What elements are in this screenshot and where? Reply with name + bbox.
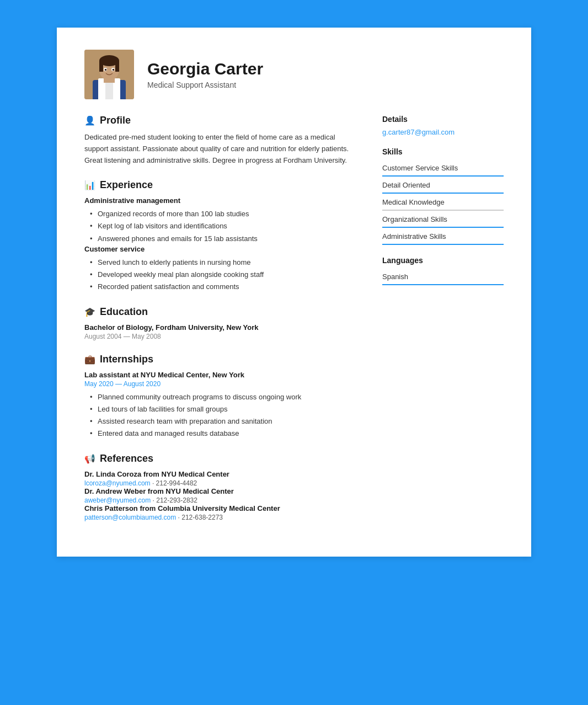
skills-title: Skills: [382, 147, 504, 156]
ref-contact-1: lcoroza@nyumed.com · 212-994-4482: [84, 479, 360, 487]
education-icon: 🎓: [84, 307, 95, 317]
resume-header: Georgia Carter Medical Support Assistant: [84, 50, 504, 99]
internships-icon: 💼: [84, 354, 95, 365]
experience-icon: 📊: [84, 180, 95, 190]
internship-job-title: Lab assistant at NYU Medical Center, New…: [84, 371, 360, 379]
profile-icon: 👤: [84, 115, 95, 126]
resume-container: Georgia Carter Medical Support Assistant…: [57, 28, 531, 557]
languages-title: Languages: [382, 256, 504, 265]
profile-text: Dedicated pre-med student looking to ent…: [84, 132, 360, 166]
ref-email-3[interactable]: patterson@columbiaumed.com: [84, 514, 176, 521]
candidate-name: Georgia Carter: [147, 60, 263, 78]
skill-administrative: Administrative Skills: [382, 229, 504, 245]
internships-section: 💼 Internships Lab assistant at NYU Medic…: [84, 354, 360, 440]
education-section: 🎓 Education Bachelor of Biology, Fordham…: [84, 306, 360, 340]
candidate-title: Medical Support Assistant: [147, 81, 263, 89]
right-column: Details g.carter87@gmail.com Skills Cust…: [382, 115, 504, 535]
experience-section: 📊 Experience Administrative management O…: [84, 179, 360, 293]
job-title-1: Administrative management: [84, 196, 360, 205]
list-item: Answered phones and emails for 15 lab as…: [90, 233, 360, 245]
ref-contact-2: aweber@nyumed.com · 212-293-2832: [84, 496, 360, 504]
svg-point-11: [105, 69, 107, 71]
details-title: Details: [382, 115, 504, 124]
references-icon: 📢: [84, 453, 95, 464]
ref-email-2[interactable]: aweber@nyumed.com: [84, 496, 151, 504]
reference-3: Chris Patterson from Columbia University…: [84, 504, 360, 521]
job-title-2: Customer service: [84, 245, 360, 253]
list-item: Led tours of lab facilities for small gr…: [90, 403, 360, 415]
skill-detail-oriented: Detail Oriented: [382, 178, 504, 194]
experience-job-2: Customer service Served lunch to elderly…: [84, 245, 360, 293]
references-section: 📢 References Dr. Linda Coroza from NYU M…: [84, 453, 360, 521]
language-spanish: Spanish: [382, 269, 504, 285]
ref-name-1: Dr. Linda Coroza from NYU Medical Center: [84, 470, 360, 478]
edu-date: August 2004 — May 2008: [84, 333, 360, 340]
list-item: Assisted research team with preparation …: [90, 415, 360, 428]
detail-email: g.carter87@gmail.com: [382, 128, 504, 136]
list-item: Kept log of lab visitors and identificat…: [90, 220, 360, 232]
ref-contact-3: patterson@columbiaumed.com · 212-638-227…: [84, 514, 360, 521]
internships-title: 💼 Internships: [84, 354, 360, 365]
experience-job-1: Administrative management Organized reco…: [84, 196, 360, 244]
reference-1: Dr. Linda Coroza from NYU Medical Center…: [84, 470, 360, 487]
list-item: Planned community outreach programs to d…: [90, 391, 360, 403]
languages-section: Languages Spanish: [382, 256, 504, 285]
job-bullets-1: Organized records of more than 100 lab s…: [84, 208, 360, 244]
references-title: 📢 References: [84, 453, 360, 464]
list-item: Recorded patient satisfaction and commen…: [90, 281, 360, 293]
svg-rect-7: [99, 61, 103, 72]
internship-date: May 2020 — August 2020: [84, 380, 360, 388]
education-title: 🎓 Education: [84, 306, 360, 318]
list-item: Entered data and managed results databas…: [90, 428, 360, 440]
skill-medical-knowledge: Medical Knowledge: [382, 195, 504, 211]
job-bullets-2: Served lunch to elderly patients in nurs…: [84, 257, 360, 293]
profile-section: 👤 Profile Dedicated pre-med student look…: [84, 115, 360, 166]
internship-bullets: Planned community outreach programs to d…: [84, 391, 360, 440]
svg-rect-8: [115, 61, 119, 72]
left-column: 👤 Profile Dedicated pre-med student look…: [84, 115, 360, 535]
ref-name-3: Chris Patterson from Columbia University…: [84, 504, 360, 512]
skill-organizational: Organizational Skills: [382, 212, 504, 228]
ref-name-2: Dr. Andrew Weber from NYU Medical Center: [84, 487, 360, 495]
main-content: 👤 Profile Dedicated pre-med student look…: [84, 115, 504, 535]
edu-degree: Bachelor of Biology, Fordham University,…: [84, 323, 360, 332]
experience-title: 📊 Experience: [84, 179, 360, 191]
reference-2: Dr. Andrew Weber from NYU Medical Center…: [84, 487, 360, 504]
skill-customer-service: Customer Service Skills: [382, 161, 504, 177]
list-item: Served lunch to elderly patients in nurs…: [90, 257, 360, 269]
ref-email-1[interactable]: lcoroza@nyumed.com: [84, 479, 151, 487]
profile-title: 👤 Profile: [84, 115, 360, 126]
list-item: Organized records of more than 100 lab s…: [90, 208, 360, 220]
header-text: Georgia Carter Medical Support Assistant: [147, 60, 263, 89]
skills-section: Skills Customer Service Skills Detail Or…: [382, 147, 504, 245]
list-item: Developed weekly meal plan alongside coo…: [90, 269, 360, 281]
avatar: [84, 50, 134, 99]
svg-point-12: [113, 69, 115, 71]
details-section: Details g.carter87@gmail.com: [382, 115, 504, 136]
